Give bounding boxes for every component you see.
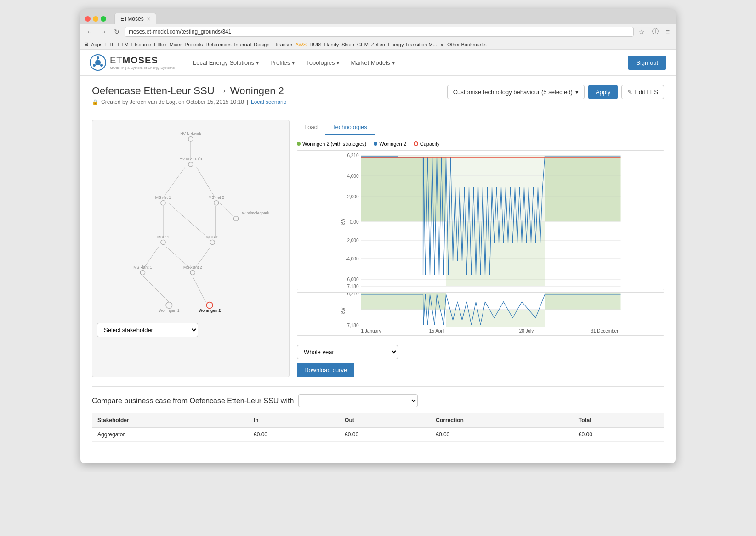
svg-text:MS net 1: MS net 1 xyxy=(155,195,171,200)
forward-button[interactable]: → xyxy=(98,27,109,36)
menu-button[interactable]: ≡ xyxy=(664,27,672,36)
content-area: HV Network HV-MV Trafo MS net 1 MS net 2… xyxy=(92,120,664,377)
customise-dropdown[interactable]: Customise technology behaviour (5 select… xyxy=(447,85,585,99)
bookmark-design[interactable]: Design xyxy=(254,42,269,47)
edit-les-button[interactable]: ✎ Sign out Edit LES xyxy=(621,85,664,99)
tab-load[interactable]: Load xyxy=(297,120,325,135)
nav-local-energy[interactable]: Local Energy Solutions ▾ xyxy=(188,56,264,69)
legend-strategies: Woningen 2 (with strategies) xyxy=(297,141,366,147)
cell-total: €0.00 xyxy=(573,428,664,442)
svg-text:31 December: 31 December xyxy=(591,328,619,333)
svg-rect-71 xyxy=(545,293,621,310)
svg-text:kW: kW xyxy=(341,218,346,225)
legend-dot-strategies xyxy=(297,142,301,146)
bookmark-skien[interactable]: Skiën xyxy=(341,42,354,47)
compare-dropdown[interactable] xyxy=(298,394,418,407)
network-diagram: HV Network HV-MV Trafo MS net 1 MS net 2… xyxy=(97,125,284,318)
svg-text:-4,000: -4,000 xyxy=(346,256,359,261)
back-button[interactable]: ← xyxy=(84,27,95,36)
bookmark-mixer[interactable]: Mixer xyxy=(170,42,182,47)
bookmark-huis[interactable]: HUIS xyxy=(309,42,321,47)
logo-title: ETMOSES xyxy=(110,55,175,66)
bookmark-handy[interactable]: Handy xyxy=(324,42,339,47)
refresh-button[interactable]: ↻ xyxy=(112,27,122,36)
bookmark-internal[interactable]: Internal xyxy=(234,42,251,47)
chart-legend: Woningen 2 (with strategies) Woningen 2 … xyxy=(297,141,664,147)
legend-label-capacity: Capacity xyxy=(420,141,440,147)
bookmark-etsource[interactable]: Etsource xyxy=(131,42,151,47)
sign-out-button[interactable]: Sign out xyxy=(628,56,666,70)
maximize-button[interactable] xyxy=(101,16,106,22)
bookmark-other[interactable]: Other Bookmarks xyxy=(447,42,487,47)
svg-text:MSR 2: MSR 2 xyxy=(206,235,218,239)
browser-toolbar: ← → ↻ ☆ ⓘ ≡ xyxy=(80,24,676,39)
svg-text:MS klant 1: MS klant 1 xyxy=(133,265,152,270)
bookmark-gem[interactable]: GEM xyxy=(357,42,369,47)
svg-rect-72 xyxy=(446,310,545,327)
address-bar[interactable] xyxy=(125,27,634,37)
svg-text:0.00: 0.00 xyxy=(350,220,359,225)
bookmark-ete[interactable]: ETE xyxy=(105,42,115,47)
tab-close-icon[interactable]: ✕ xyxy=(147,17,150,22)
apply-button[interactable]: Apply xyxy=(588,85,618,99)
nav-market-models[interactable]: Market Models ▾ xyxy=(346,56,399,69)
svg-point-4 xyxy=(93,64,96,67)
svg-line-11 xyxy=(220,203,233,216)
close-button[interactable] xyxy=(85,16,91,22)
svg-text:Woningen 2: Woningen 2 xyxy=(199,308,221,313)
main-chart-container: 6,210 4,000 2,000 0.00 -2,000 -4,000 -6,… xyxy=(297,150,664,290)
bookmark-ettracker[interactable]: Ettracker xyxy=(273,42,293,47)
svg-line-13 xyxy=(169,203,209,238)
svg-point-2 xyxy=(97,56,99,59)
download-curve-button[interactable]: Download curve xyxy=(297,363,354,377)
dropdown-arrow-icon: ▾ xyxy=(336,59,340,66)
page-title: Oefencase Etten-Leur SSU → Woningen 2 xyxy=(92,85,286,97)
svg-text:6,210: 6,210 xyxy=(347,153,358,158)
bookmark-references[interactable]: References xyxy=(205,42,231,47)
period-select[interactable]: Whole year January February March April … xyxy=(297,345,398,359)
svg-text:2,000: 2,000 xyxy=(347,194,358,199)
nav-topologies[interactable]: Topologies ▾ xyxy=(301,56,344,69)
created-by: Created by Jeroen van de Logt on October… xyxy=(101,99,244,105)
bookmark-zellen[interactable]: Zellen xyxy=(371,42,385,47)
info-button[interactable]: ⓘ xyxy=(650,27,661,37)
svg-text:-7,180: -7,180 xyxy=(346,323,359,328)
local-scenario-link[interactable]: Local scenario xyxy=(251,99,286,105)
nav-profiles[interactable]: Profiles ▾ xyxy=(266,56,300,69)
page-subtitle: 🔒 Created by Jeroen van de Logt on Octob… xyxy=(92,99,286,105)
legend-label-strategies: Woningen 2 (with strategies) xyxy=(302,141,366,147)
bookmark-energy-transition[interactable]: Energy Transition M... xyxy=(388,42,437,47)
bookmark-etflex[interactable]: Etflex xyxy=(154,42,167,47)
svg-text:HV-MV Trafo: HV-MV Trafo xyxy=(179,157,202,161)
page-title-section: Oefencase Etten-Leur SSU → Woningen 2 🔒 … xyxy=(92,85,286,113)
minimize-button[interactable] xyxy=(93,16,98,22)
svg-point-22 xyxy=(188,162,193,167)
svg-line-10 xyxy=(197,168,215,198)
chart-panel: Load Technologies Woningen 2 (with strat… xyxy=(297,120,664,377)
browser-window: ETMoses ✕ ← → ↻ ☆ ⓘ ≡ ⊞ Apps ETE ETM Ets… xyxy=(80,9,676,463)
svg-text:MS klant 2: MS klant 2 xyxy=(183,265,202,270)
svg-text:-6,000: -6,000 xyxy=(346,277,359,282)
svg-point-40 xyxy=(206,302,213,309)
svg-text:Windmolenpark: Windmolenpark xyxy=(242,211,269,215)
bookmark-etm[interactable]: ETM xyxy=(118,42,128,47)
main-nav: ETMOSES MOdelling a System of Energy Sys… xyxy=(80,50,676,76)
svg-text:-2,000: -2,000 xyxy=(346,238,359,243)
col-correction: Correction xyxy=(430,413,573,428)
cell-in: €0.00 xyxy=(248,428,339,442)
mini-chart-container: 6,210 -7,180 kW 1 January 15 April xyxy=(297,292,664,336)
tab-technologies[interactable]: Technologies xyxy=(325,120,375,135)
logo-icon xyxy=(90,54,106,71)
main-content: Oefencase Etten-Leur SSU → Woningen 2 🔒 … xyxy=(80,76,676,451)
bookmark-button[interactable]: ☆ xyxy=(637,27,647,36)
bookmark-projects[interactable]: Projects xyxy=(185,42,203,47)
svg-rect-63 xyxy=(545,157,621,221)
dropdown-arrow-icon: ▾ xyxy=(256,59,259,66)
stakeholder-select[interactable]: Select stakeholder xyxy=(97,323,198,337)
bookmark-aws[interactable]: AWS xyxy=(296,42,307,47)
compare-section: Compare business case from Oefencase Ett… xyxy=(92,386,664,442)
svg-text:MSR 1: MSR 1 xyxy=(157,235,169,239)
browser-tab[interactable]: ETMoses ✕ xyxy=(114,13,156,24)
bookmark-apps[interactable]: Apps xyxy=(91,42,102,47)
svg-text:HV Network: HV Network xyxy=(180,131,201,136)
